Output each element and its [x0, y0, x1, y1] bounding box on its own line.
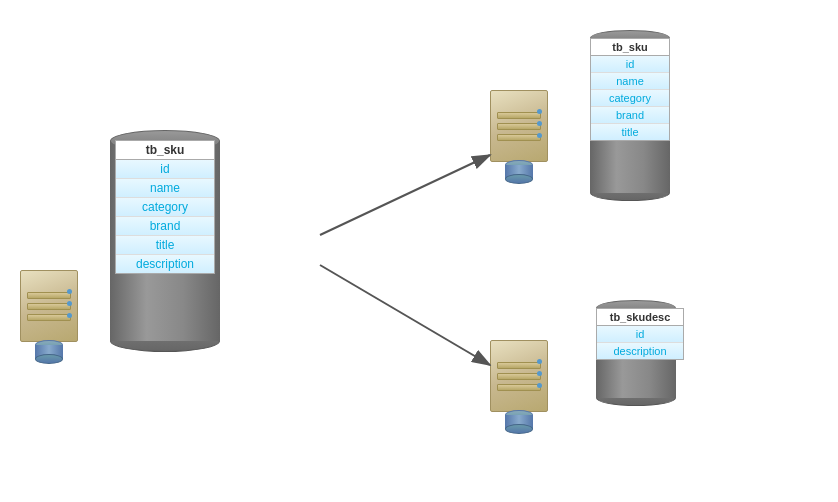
bottom-right-server-small-cyl	[505, 410, 533, 434]
left-db-cylinder: tb_sku id name category brand title desc…	[110, 130, 220, 352]
srv-dot-1	[67, 289, 72, 294]
top-right-srv-stripe-1	[497, 112, 541, 119]
top-right-field-name: name	[591, 73, 669, 90]
diagram-container: tb_sku id name category brand title desc…	[0, 0, 838, 502]
top-right-srv-stripe-2	[497, 123, 541, 130]
left-server-small-cyl	[35, 340, 63, 364]
svg-line-2	[320, 265, 490, 365]
top-right-field-category: category	[591, 90, 669, 107]
bottom-right-srv-stripe-2	[497, 373, 541, 380]
srv-stripe-2	[27, 303, 71, 310]
top-right-table-header: tb_sku	[591, 39, 669, 56]
top-right-db-cylinder: tb_sku id name category brand title	[590, 30, 670, 201]
left-server-box	[20, 270, 78, 342]
top-right-server-box	[490, 90, 548, 162]
top-right-server-group	[490, 90, 548, 184]
bottom-right-srv-dot-3	[537, 383, 542, 388]
svg-line-1	[320, 155, 490, 235]
left-field-id: id	[116, 160, 214, 179]
bottom-right-db-cylinder: tb_skudesc id description	[596, 300, 676, 406]
top-right-field-id: id	[591, 56, 669, 73]
bottom-right-server-box	[490, 340, 548, 412]
bottom-right-srv-dot-1	[537, 359, 542, 364]
top-right-field-title: title	[591, 124, 669, 140]
srv-dot-2	[67, 301, 72, 306]
top-right-srv-dot-3	[537, 133, 542, 138]
left-field-description: description	[116, 255, 214, 273]
bottom-right-table-overlay: tb_skudesc id description	[596, 308, 684, 360]
top-right-field-brand: brand	[591, 107, 669, 124]
left-server-group	[20, 270, 78, 364]
bottom-right-field-description: description	[597, 343, 683, 359]
left-field-category: category	[116, 198, 214, 217]
bottom-right-srv-stripe-1	[497, 362, 541, 369]
small-cyl-bot	[35, 354, 63, 364]
left-table-header: tb_sku	[116, 141, 214, 160]
top-right-srv-stripe-3	[497, 134, 541, 141]
srv-dot-3	[67, 313, 72, 318]
srv-stripe-1	[27, 292, 71, 299]
bottom-right-server-group	[490, 340, 548, 434]
bottom-right-table-header: tb_skudesc	[597, 309, 683, 326]
top-right-small-cyl-bot	[505, 174, 533, 184]
top-right-table-overlay: tb_sku id name category brand title	[590, 38, 670, 141]
left-field-brand: brand	[116, 217, 214, 236]
left-table-overlay: tb_sku id name category brand title desc…	[115, 140, 215, 274]
bottom-right-srv-dot-2	[537, 371, 542, 376]
left-field-name: name	[116, 179, 214, 198]
top-right-srv-dot-2	[537, 121, 542, 126]
bottom-right-field-id: id	[597, 326, 683, 343]
left-field-title: title	[116, 236, 214, 255]
top-right-srv-dot-1	[537, 109, 542, 114]
top-right-server-small-cyl	[505, 160, 533, 184]
srv-stripe-3	[27, 314, 71, 321]
bottom-right-small-cyl-bot	[505, 424, 533, 434]
bottom-right-srv-stripe-3	[497, 384, 541, 391]
